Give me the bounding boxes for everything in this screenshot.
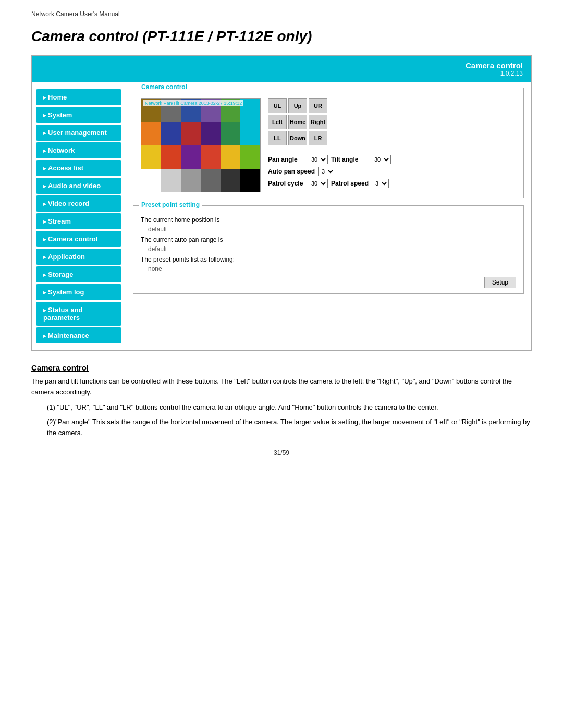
doc-header: Network Camera User's Manual (31, 10, 532, 18)
sidebar-item-network[interactable]: Network (36, 142, 121, 158)
camera-control-legend: Camera control (139, 83, 190, 91)
sidebar-item-user-management[interactable]: User management (36, 125, 121, 141)
description-para3: (2)"Pan angle" This sets the range of th… (47, 417, 532, 439)
control-panel: ULUpURLeftHomeRightLLDownLR Pan angle 30… (268, 98, 391, 192)
dir-btn-lr[interactable]: LR (309, 131, 327, 145)
color-cell (181, 169, 201, 192)
color-cell (141, 145, 161, 169)
dir-btn-home[interactable]: Home (288, 115, 307, 129)
description-section: Camera control The pan and tilt function… (31, 363, 532, 439)
color-cell (161, 145, 181, 169)
setup-button[interactable]: Setup (484, 277, 516, 288)
dir-btn-ur[interactable]: UR (309, 98, 327, 113)
camera-preview: Network Pan/Tilt Camera 2013-02-27 15:19… (141, 98, 261, 192)
sidebar-item-stream[interactable]: Stream (36, 213, 121, 229)
color-cell (161, 122, 181, 146)
dir-btn-down[interactable]: Down (288, 131, 307, 145)
description-para2: (1) "UL", "UR", "LL" and "LR" buttons co… (47, 402, 532, 413)
dir-btn-right[interactable]: Right (309, 115, 327, 129)
preset-points-label: The preset points list as following: (141, 256, 516, 263)
color-cell (181, 122, 201, 146)
color-cell (240, 122, 260, 146)
patrol-cycle-select[interactable]: 30102060 (308, 179, 328, 188)
topbar-version: 1.0.2.13 (466, 70, 523, 77)
home-position-value: default (148, 226, 516, 233)
color-cell (240, 169, 260, 192)
patrol-speed-label: Patrol speed (331, 180, 369, 187)
sidebar-item-video-record[interactable]: Video record (36, 195, 121, 212)
browser-topbar: Camera control 1.0.2.13 (32, 56, 531, 82)
topbar-title-block: Camera control 1.0.2.13 (466, 61, 523, 77)
preset-content: The current home position is default The… (141, 211, 516, 288)
patrol-row: Patrol cycle 30102060 Patrol speed 31245 (268, 179, 391, 188)
auto-pan-label: Auto pan speed (268, 168, 315, 175)
color-cell (161, 169, 181, 192)
color-cell (201, 169, 221, 192)
sidebar-item-maintenance[interactable]: Maintenance (36, 327, 121, 343)
camera-control-inner: Network Pan/Tilt Camera 2013-02-27 15:19… (141, 93, 516, 192)
color-cell (141, 169, 161, 192)
settings-row: Pan angle 306090 Tilt angle 306090 (268, 155, 391, 188)
chart-label: Network Pan/Tilt Camera 2013-02-27 15:19… (143, 100, 243, 106)
auto-pan-row: Auto pan speed 31245 (268, 167, 391, 176)
preset-points-value: none (148, 265, 516, 273)
main-content: Camera control Network Pan/Tilt Camera 2… (126, 82, 531, 350)
page-title: Camera control (PT-111E / PT-112E only) (31, 28, 532, 45)
pan-angle-row: Pan angle 306090 Tilt angle 306090 (268, 155, 391, 164)
sidebar-item-status-parameters[interactable]: Status and parameters (36, 302, 121, 326)
preset-section-box: Preset point setting The current home po… (133, 205, 524, 294)
dir-btn-ll[interactable]: LL (268, 131, 287, 145)
patrol-speed-select[interactable]: 31245 (372, 179, 389, 188)
dir-btn-ul[interactable]: UL (268, 98, 287, 113)
dir-btn-up[interactable]: Up (288, 98, 307, 113)
color-cell (221, 169, 240, 192)
setup-btn-row: Setup (141, 277, 516, 288)
sidebar-item-audio-and-video[interactable]: Audio and video (36, 178, 121, 194)
browser-content: HomeSystemUser managementNetworkAccess l… (32, 82, 531, 350)
color-cell (201, 122, 221, 146)
color-cell (221, 145, 240, 169)
color-cell (141, 122, 161, 146)
color-chart: Network Pan/Tilt Camera 2013-02-27 15:19… (141, 98, 261, 192)
sidebar-item-storage[interactable]: Storage (36, 266, 121, 282)
color-cell (181, 145, 201, 169)
sidebar-item-camera-control[interactable]: Camera control (36, 231, 121, 247)
description-para1: The pan and tilt functions can be contro… (31, 376, 532, 398)
tilt-angle-label: Tilt angle (331, 156, 368, 163)
tilt-angle-select[interactable]: 306090 (371, 155, 391, 164)
home-position-label: The current home position is (141, 216, 516, 224)
preset-legend: Preset point setting (139, 201, 202, 208)
browser-frame: Camera control 1.0.2.13 HomeSystemUser m… (31, 55, 532, 351)
sidebar: HomeSystemUser managementNetworkAccess l… (32, 82, 126, 350)
description-heading: Camera control (31, 363, 532, 372)
sidebar-item-home[interactable]: Home (36, 89, 121, 105)
sidebar-item-system-log[interactable]: System log (36, 284, 121, 300)
auto-pan-range-value: default (148, 245, 516, 253)
pan-angle-select[interactable]: 306090 (308, 155, 328, 164)
color-cell (221, 122, 240, 146)
auto-pan-select[interactable]: 31245 (318, 167, 335, 176)
sidebar-item-application[interactable]: Application (36, 249, 121, 265)
patrol-cycle-label: Patrol cycle (268, 180, 304, 187)
auto-pan-range-label: The current auto pan range is (141, 236, 516, 243)
topbar-main-title: Camera control (466, 61, 523, 70)
direction-grid: ULUpURLeftHomeRightLLDownLR (268, 98, 391, 145)
sidebar-item-access-list[interactable]: Access list (36, 160, 121, 176)
pan-angle-label: Pan angle (268, 156, 304, 163)
page-number: 31/59 (31, 449, 532, 456)
dir-btn-left[interactable]: Left (268, 115, 287, 129)
color-cell (240, 145, 260, 169)
color-cell (201, 145, 221, 169)
sidebar-item-system[interactable]: System (36, 107, 121, 123)
camera-control-box: Camera control Network Pan/Tilt Camera 2… (133, 88, 524, 198)
